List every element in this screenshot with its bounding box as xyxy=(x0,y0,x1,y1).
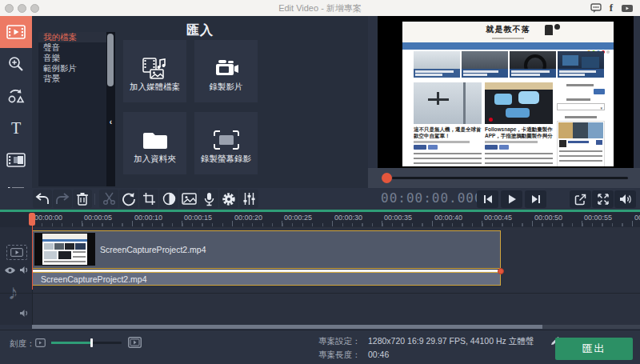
preview-panel: 就是教不落 xyxy=(368,16,640,188)
webpage-subtitle-line xyxy=(492,38,524,39)
redo-button[interactable] xyxy=(53,190,72,208)
preview-seekbar[interactable] xyxy=(368,168,640,188)
file-category-sample-videos[interactable]: 範例影片 xyxy=(38,63,106,74)
file-category-sounds[interactable]: 聲音 xyxy=(38,42,106,53)
toolbar: 00:00:00.000 xyxy=(0,188,640,210)
audio-clip[interactable]: ScreenCaptureProject2.mp4 xyxy=(32,272,501,286)
volume-icon xyxy=(619,194,632,205)
record-video-button[interactable]: 錄製影片 xyxy=(194,40,258,102)
transitions-shapes-icon xyxy=(6,87,26,105)
article2-text xyxy=(485,153,553,166)
widget-category-select[interactable]: ▾ xyxy=(557,103,605,110)
rotate-icon xyxy=(122,192,136,206)
preview-viewport: 就是教不落 xyxy=(378,16,634,168)
facebook-cover-image xyxy=(558,122,603,138)
filters-magnifier-icon xyxy=(7,55,25,73)
chat-icon[interactable] xyxy=(590,2,602,14)
file-category-my-files[interactable]: 我的檔案 xyxy=(38,32,106,42)
split-button[interactable] xyxy=(99,190,118,208)
playhead-marker[interactable] xyxy=(29,213,35,226)
settings-button[interactable] xyxy=(219,190,238,208)
share-button[interactable] xyxy=(570,190,591,208)
previous-frame-button[interactable] xyxy=(477,190,498,208)
eye-icon[interactable] xyxy=(3,266,16,275)
add-folder-button[interactable]: 加入資料夾 xyxy=(123,112,186,174)
video-clip-label: ScreenCaptureProject2.mp4 xyxy=(100,245,206,254)
timeline-ruler[interactable]: 00:00:00 00:00:05 00:00:10 00:00:15 00:0… xyxy=(0,212,640,227)
next-frame-button[interactable] xyxy=(525,190,546,208)
sidebar-item-filters[interactable] xyxy=(0,48,32,81)
audio-clip-label: ScreenCaptureProject2.mp4 xyxy=(41,274,147,284)
file-category-music[interactable]: 音樂 xyxy=(38,53,106,63)
video-clip-thumbnail xyxy=(34,233,95,266)
video-track-icon[interactable] xyxy=(6,245,27,260)
youtube-icon[interactable] xyxy=(621,2,634,14)
article1-title[interactable]: 這不只是無人機，還是全球首款空中自駕車！ xyxy=(414,126,482,139)
play-button[interactable] xyxy=(501,190,522,208)
timeline-hscrollbar-thumb[interactable] xyxy=(32,325,542,329)
facebook-like-button[interactable] xyxy=(596,140,602,145)
widget-comment-button[interactable] xyxy=(594,89,605,94)
undo-button[interactable] xyxy=(33,190,52,208)
record-video-label: 錄製影片 xyxy=(210,82,243,93)
webpage-site-title: 就是教不落 xyxy=(402,22,614,38)
zoom-slider[interactable] xyxy=(51,342,122,344)
article2-title[interactable]: Followsnape，卡通動畫製作 APP，手指塗鴉動圖製作與分享 xyxy=(485,126,553,139)
track-headers: ♪ xyxy=(0,227,33,325)
project-length-label: 專案長度： xyxy=(318,350,361,361)
record-audio-button[interactable] xyxy=(199,190,218,208)
widget-categories: ▾ xyxy=(557,98,605,111)
add-media-files-button[interactable]: 加入媒體檔案 xyxy=(123,40,186,102)
zoom-in-frame-icon[interactable] xyxy=(128,337,142,348)
image-icon xyxy=(182,193,197,205)
media-import-icon xyxy=(6,23,26,41)
sidebar-item-callouts[interactable] xyxy=(0,144,32,177)
record-screen-button[interactable]: 錄製螢幕錄影 xyxy=(194,112,258,174)
file-category-backgrounds[interactable]: 背景 xyxy=(38,74,106,84)
file-list-scrollbar-thumb[interactable] xyxy=(107,34,114,86)
next-frame-icon xyxy=(531,194,541,204)
color-adjust-button[interactable] xyxy=(159,190,178,208)
video-clip[interactable]: ScreenCaptureProject2.mp4 xyxy=(32,230,501,269)
record-screen-label: 錄製螢幕錄影 xyxy=(201,154,251,165)
webpage-mascot xyxy=(545,25,553,35)
seekbar-track[interactable] xyxy=(392,177,628,179)
facebook-text xyxy=(559,150,602,165)
file-category-list: 我的檔案 聲音 音樂 範例影片 背景 xyxy=(38,32,106,186)
delete-button[interactable] xyxy=(73,190,92,208)
rotate-button[interactable] xyxy=(119,190,138,208)
sidebar-item-titles[interactable]: T xyxy=(0,112,32,145)
collapse-panel-chevron-icon[interactable]: ‹ xyxy=(106,116,115,129)
music-note-icon: ♪ xyxy=(8,280,18,304)
volume-button[interactable] xyxy=(614,190,636,208)
sidebar-item-import[interactable] xyxy=(0,16,32,49)
zoom-slider-handle[interactable] xyxy=(90,338,93,347)
fullscreen-button[interactable] xyxy=(592,190,614,208)
seekbar-handle[interactable] xyxy=(382,173,392,183)
image-button[interactable] xyxy=(179,190,198,208)
audio-track-speaker-icon[interactable] xyxy=(18,308,30,318)
featured-thumb-2[interactable] xyxy=(462,51,508,78)
properties-button[interactable] xyxy=(239,190,258,208)
sidebar-item-transitions[interactable] xyxy=(0,80,32,113)
import-panel: 匯入 我的檔案 聲音 音樂 範例影片 背景 ‹ 加入媒體檔案 錄製影片 xyxy=(32,16,368,188)
facebook-icon[interactable]: f xyxy=(610,2,613,14)
zoom-out-frame-icon[interactable] xyxy=(35,338,46,347)
featured-thumb-4[interactable] xyxy=(558,51,604,78)
add-media-files-label: 加入媒體檔案 xyxy=(130,82,180,93)
crop-button[interactable] xyxy=(139,190,158,208)
status-bar: 刻度： 專案設定： 1280x720 16:9 29.97 FPS, 44100… xyxy=(0,330,640,364)
play-icon xyxy=(507,194,517,204)
timeline-hscrollbar[interactable] xyxy=(32,325,640,329)
callouts-film-icon xyxy=(6,151,26,169)
article2-image[interactable] xyxy=(485,82,553,124)
article1-image[interactable] xyxy=(414,82,482,124)
file-list-scrollbar[interactable]: ‹ xyxy=(106,32,115,186)
featured-thumb-1[interactable] xyxy=(414,51,460,78)
video-track-speaker-icon[interactable] xyxy=(18,265,30,275)
volume-line-handle[interactable] xyxy=(498,268,504,274)
featured-thumb-3[interactable] xyxy=(510,51,556,78)
export-button[interactable]: 匯出 xyxy=(555,338,633,360)
add-media-icon xyxy=(123,58,186,80)
track-divider xyxy=(0,293,640,294)
